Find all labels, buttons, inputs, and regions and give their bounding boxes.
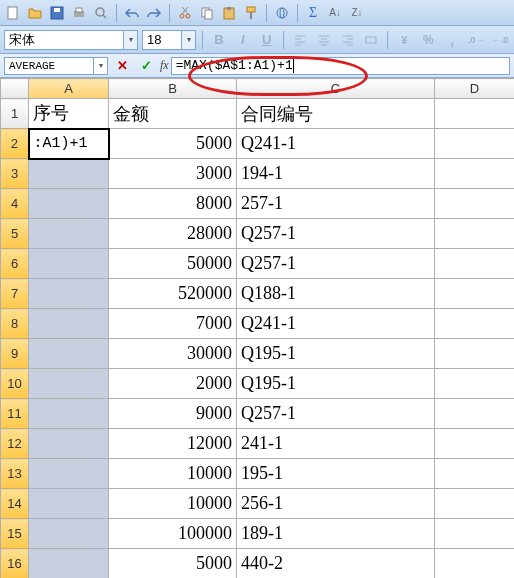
row-header[interactable]: 14 (1, 489, 29, 519)
row-header[interactable]: 3 (1, 159, 29, 189)
cell[interactable]: 30000 (109, 339, 237, 369)
cell[interactable]: 440-2 (237, 549, 435, 579)
cell[interactable]: 520000 (109, 279, 237, 309)
cell[interactable]: Q257-1 (237, 219, 435, 249)
cell[interactable] (435, 189, 515, 219)
cell[interactable] (29, 429, 109, 459)
row-header[interactable]: 15 (1, 519, 29, 549)
active-cell[interactable]: :A1)+1 (29, 129, 109, 159)
row-header[interactable]: 2 (1, 129, 29, 159)
open-icon[interactable] (26, 4, 44, 22)
sort-desc-icon[interactable]: Z↓ (348, 4, 366, 22)
new-doc-icon[interactable] (4, 4, 22, 22)
name-box-dropdown-icon[interactable]: ▾ (94, 57, 108, 75)
cell[interactable]: 50000 (109, 249, 237, 279)
row-header[interactable]: 10 (1, 369, 29, 399)
cell[interactable]: 256-1 (237, 489, 435, 519)
align-center-icon[interactable] (314, 30, 334, 50)
cell[interactable]: 10000 (109, 489, 237, 519)
cell[interactable] (435, 249, 515, 279)
cell[interactable]: Q257-1 (237, 399, 435, 429)
cell[interactable] (435, 99, 515, 129)
col-header-d[interactable]: D (435, 79, 515, 99)
undo-icon[interactable] (123, 4, 141, 22)
print-icon[interactable] (70, 4, 88, 22)
cell[interactable] (29, 549, 109, 579)
cell[interactable] (435, 159, 515, 189)
bold-button[interactable]: B (209, 30, 229, 50)
formula-input[interactable]: =MAX($A$1:A1)+1 (171, 57, 510, 75)
row-header[interactable]: 5 (1, 219, 29, 249)
preview-icon[interactable] (92, 4, 110, 22)
row-header[interactable]: 8 (1, 309, 29, 339)
cell[interactable] (435, 429, 515, 459)
cell[interactable] (435, 369, 515, 399)
cell[interactable]: Q257-1 (237, 249, 435, 279)
hyperlink-icon[interactable] (273, 4, 291, 22)
col-header-c[interactable]: C (237, 79, 435, 99)
decimal-inc-icon[interactable]: .0→ (466, 30, 486, 50)
col-header-a[interactable]: A (29, 79, 109, 99)
cell[interactable]: 7000 (109, 309, 237, 339)
decimal-dec-icon[interactable]: ←.0 (490, 30, 510, 50)
align-right-icon[interactable] (338, 30, 358, 50)
font-name-select[interactable]: 宋体 (4, 30, 124, 50)
formula-accept-button[interactable]: ✓ (136, 57, 156, 75)
cell[interactable]: 金额 (109, 99, 237, 129)
cell[interactable] (435, 459, 515, 489)
cell[interactable]: Q241-1 (237, 129, 435, 159)
row-header[interactable]: 12 (1, 429, 29, 459)
cell[interactable] (29, 459, 109, 489)
cell[interactable]: 合同编号 (237, 99, 435, 129)
cell[interactable] (29, 489, 109, 519)
save-icon[interactable] (48, 4, 66, 22)
cell[interactable]: 189-1 (237, 519, 435, 549)
cell[interactable]: 28000 (109, 219, 237, 249)
cell[interactable]: 10000 (109, 459, 237, 489)
cell[interactable]: 194-1 (237, 159, 435, 189)
cell[interactable]: 序号 (29, 99, 109, 129)
percent-icon[interactable]: % (418, 30, 438, 50)
cell[interactable] (29, 189, 109, 219)
font-size-dropdown-icon[interactable]: ▾ (182, 30, 196, 50)
cell[interactable]: 5000 (109, 129, 237, 159)
font-name-dropdown-icon[interactable]: ▾ (124, 30, 138, 50)
font-size-select[interactable]: 18 (142, 30, 182, 50)
cell[interactable] (435, 549, 515, 579)
row-header[interactable]: 7 (1, 279, 29, 309)
cell[interactable] (29, 369, 109, 399)
cell[interactable] (435, 279, 515, 309)
cell[interactable] (435, 129, 515, 159)
cell[interactable] (29, 159, 109, 189)
cut-icon[interactable] (176, 4, 194, 22)
cell[interactable] (435, 399, 515, 429)
row-header[interactable]: 13 (1, 459, 29, 489)
cell[interactable]: Q195-1 (237, 369, 435, 399)
fx-icon[interactable]: fx (160, 58, 169, 73)
currency-icon[interactable]: ¥ (394, 30, 414, 50)
row-header[interactable]: 1 (1, 99, 29, 129)
cell[interactable] (435, 519, 515, 549)
cell[interactable] (29, 309, 109, 339)
comma-icon[interactable]: , (442, 30, 462, 50)
cell[interactable]: Q188-1 (237, 279, 435, 309)
cell[interactable]: 241-1 (237, 429, 435, 459)
name-box[interactable]: AVERAGE (4, 57, 94, 75)
sum-icon[interactable]: Σ (304, 4, 322, 22)
format-painter-icon[interactable] (242, 4, 260, 22)
cell[interactable] (435, 219, 515, 249)
cell[interactable]: 100000 (109, 519, 237, 549)
merge-cells-icon[interactable] (362, 30, 382, 50)
copy-icon[interactable] (198, 4, 216, 22)
row-header[interactable]: 6 (1, 249, 29, 279)
cell[interactable] (435, 489, 515, 519)
cell[interactable] (29, 399, 109, 429)
paste-icon[interactable] (220, 4, 238, 22)
formula-cancel-button[interactable]: ✕ (112, 57, 132, 75)
sort-asc-icon[interactable]: A↓ (326, 4, 344, 22)
cell[interactable] (29, 519, 109, 549)
redo-icon[interactable] (145, 4, 163, 22)
cell[interactable]: Q195-1 (237, 339, 435, 369)
row-header[interactable]: 11 (1, 399, 29, 429)
cell[interactable]: 257-1 (237, 189, 435, 219)
